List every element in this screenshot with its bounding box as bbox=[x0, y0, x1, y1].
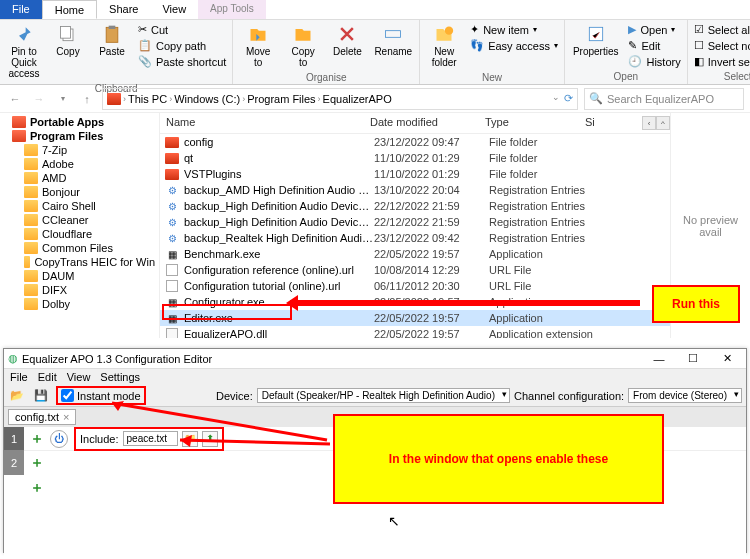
tree-item[interactable]: Adobe bbox=[0, 157, 159, 171]
power-toggle[interactable]: ⏻ bbox=[50, 430, 68, 448]
search-icon: 🔍 bbox=[589, 92, 603, 105]
add-filter-button-2[interactable]: ＋ bbox=[30, 454, 44, 472]
tab-share[interactable]: Share bbox=[97, 0, 150, 19]
cut-button[interactable]: ✂Cut bbox=[136, 22, 228, 37]
file-row[interactable]: VSTPlugins11/10/2022 01:29File folder bbox=[160, 166, 670, 182]
tree-item[interactable]: Common Files bbox=[0, 241, 159, 255]
moveto-button[interactable]: Move to bbox=[237, 22, 279, 70]
breadcrumb-dropdown[interactable]: ⌄ bbox=[552, 92, 560, 105]
minimize-button[interactable]: — bbox=[644, 350, 674, 368]
shortcut-icon: 📎 bbox=[138, 55, 152, 68]
file-date: 22/12/2022 21:59 bbox=[374, 200, 489, 212]
apo-tab-config[interactable]: config.txt × bbox=[8, 409, 76, 425]
add-filter-bottom[interactable]: ＋ bbox=[30, 479, 44, 497]
apo-row-1[interactable]: 1 bbox=[4, 427, 24, 451]
apo-menu-file[interactable]: File bbox=[10, 371, 28, 383]
tab-file[interactable]: File bbox=[0, 0, 42, 19]
tree-item[interactable]: CopyTrans HEIC for Win bbox=[0, 255, 159, 269]
newfolder-button[interactable]: New folder bbox=[424, 22, 464, 70]
apo-save-button[interactable]: 💾 bbox=[32, 387, 50, 405]
close-button[interactable]: ✕ bbox=[712, 350, 742, 368]
recent-dropdown[interactable]: ▾ bbox=[54, 90, 72, 108]
easyaccess-button[interactable]: 👣Easy access▾ bbox=[468, 38, 560, 53]
breadcrumb[interactable]: › This PC› Windows (C:)› Program Files› … bbox=[102, 88, 578, 110]
tree-portable-apps[interactable]: Portable Apps bbox=[0, 115, 159, 129]
col-date[interactable]: Date modified bbox=[370, 116, 485, 130]
file-row[interactable]: Configuration tutorial (online).url06/11… bbox=[160, 278, 670, 294]
tree-item[interactable]: DIFX bbox=[0, 283, 159, 297]
tree-item[interactable]: DAUM bbox=[0, 269, 159, 283]
selectall-button[interactable]: ☑Select all bbox=[692, 22, 750, 37]
copyto-button[interactable]: Copy to bbox=[283, 22, 324, 70]
scroll-left[interactable]: ‹ bbox=[642, 116, 656, 130]
tree-item[interactable]: Bonjour bbox=[0, 185, 159, 199]
properties-button[interactable]: Properties bbox=[569, 22, 623, 59]
delete-button[interactable]: Delete bbox=[327, 22, 367, 59]
bc-windowsc[interactable]: Windows (C:) bbox=[174, 93, 240, 105]
rename-button[interactable]: Rename bbox=[371, 22, 415, 59]
tree-item[interactable]: Cairo Shell bbox=[0, 199, 159, 213]
pin-quick-access-button[interactable]: Pin to Quick access bbox=[4, 22, 44, 81]
tab-apptools[interactable]: App Tools bbox=[198, 0, 266, 19]
tree-item[interactable]: Cloudflare bbox=[0, 227, 159, 241]
file-row[interactable]: ⚙backup_Realtek High Definition Audio_Sp… bbox=[160, 230, 670, 246]
mouse-cursor: ↖ bbox=[388, 513, 400, 529]
tree-item[interactable]: 7-Zip bbox=[0, 143, 159, 157]
tree-item[interactable]: CCleaner bbox=[0, 213, 159, 227]
chancfg-select[interactable]: From device (Stereo) bbox=[628, 388, 742, 403]
instant-mode-input[interactable] bbox=[61, 389, 74, 402]
file-row[interactable]: ⚙backup_AMD High Definition Audio Device… bbox=[160, 182, 670, 198]
file-type: URL File bbox=[489, 280, 609, 292]
edit-button[interactable]: ✎Edit bbox=[626, 38, 682, 53]
selectnone-button[interactable]: ☐Select none bbox=[692, 38, 750, 53]
col-size[interactable]: Si bbox=[585, 116, 610, 130]
select-group-label: Select bbox=[692, 69, 750, 82]
file-row[interactable]: Configuration reference (online).url10/0… bbox=[160, 262, 670, 278]
tab-view[interactable]: View bbox=[150, 0, 198, 19]
bc-equalizerapo[interactable]: EqualizerAPO bbox=[323, 93, 392, 105]
col-name[interactable]: Name bbox=[160, 116, 370, 130]
file-row[interactable]: qt11/10/2022 01:29File folder bbox=[160, 150, 670, 166]
close-tab-icon[interactable]: × bbox=[63, 411, 69, 423]
folder-icon bbox=[24, 158, 38, 170]
file-row[interactable]: ⚙backup_High Definition Audio Device_Spe… bbox=[160, 214, 670, 230]
bc-programfiles[interactable]: Program Files bbox=[247, 93, 315, 105]
paste-button[interactable]: Paste bbox=[92, 22, 132, 59]
search-input[interactable]: 🔍 Search EqualizerAPO bbox=[584, 88, 744, 110]
bc-thispc[interactable]: This PC bbox=[128, 93, 167, 105]
file-row[interactable]: config23/12/2022 09:47File folder bbox=[160, 134, 670, 150]
tree-item[interactable]: Dolby bbox=[0, 297, 159, 311]
back-button[interactable]: ← bbox=[6, 90, 24, 108]
folder-tree[interactable]: Portable Apps Program Files 7-ZipAdobeAM… bbox=[0, 113, 160, 338]
tree-program-files[interactable]: Program Files bbox=[0, 129, 159, 143]
apo-row-2[interactable]: 2 bbox=[4, 451, 24, 475]
copypath-button[interactable]: 📋Copy path bbox=[136, 38, 228, 53]
apo-menu-edit[interactable]: Edit bbox=[38, 371, 57, 383]
file-row[interactable]: ⚙backup_High Definition Audio Device_Hea… bbox=[160, 198, 670, 214]
file-row[interactable]: EqualizerAPO.dll22/05/2022 19:57Applicat… bbox=[160, 326, 670, 338]
file-row[interactable]: ▦Benchmark.exe22/05/2022 19:57Applicatio… bbox=[160, 246, 670, 262]
forward-button[interactable]: → bbox=[30, 90, 48, 108]
apo-open-button[interactable]: 📂 bbox=[8, 387, 26, 405]
open-button[interactable]: ▶Open▾ bbox=[626, 22, 682, 37]
apo-menu-settings[interactable]: Settings bbox=[100, 371, 140, 383]
apo-menu-view[interactable]: View bbox=[67, 371, 91, 383]
scroll-up[interactable]: ^ bbox=[656, 116, 670, 130]
copy-button[interactable]: Copy bbox=[48, 22, 88, 59]
history-button[interactable]: 🕘History bbox=[626, 54, 682, 69]
annotation-rect-editor bbox=[162, 304, 292, 320]
svg-rect-3 bbox=[109, 26, 116, 29]
copy-label: Copy bbox=[56, 46, 79, 57]
file-list-header[interactable]: Name Date modified Type Si ‹^ bbox=[160, 113, 670, 134]
col-type[interactable]: Type bbox=[485, 116, 585, 130]
apo-titlebar[interactable]: ◍ Equalizer APO 1.3 Configuration Editor… bbox=[4, 349, 746, 369]
add-filter-button[interactable]: ＋ bbox=[30, 430, 44, 448]
pasteshortcut-button[interactable]: 📎Paste shortcut bbox=[136, 54, 228, 69]
maximize-button[interactable]: ☐ bbox=[678, 350, 708, 368]
refresh-button[interactable]: ⟳ bbox=[564, 92, 573, 105]
tree-item[interactable]: AMD bbox=[0, 171, 159, 185]
tab-home[interactable]: Home bbox=[42, 0, 97, 19]
invert-button[interactable]: ◧Invert selection bbox=[692, 54, 750, 69]
up-button[interactable]: ↑ bbox=[78, 90, 96, 108]
newitem-button[interactable]: ✦New item▾ bbox=[468, 22, 560, 37]
